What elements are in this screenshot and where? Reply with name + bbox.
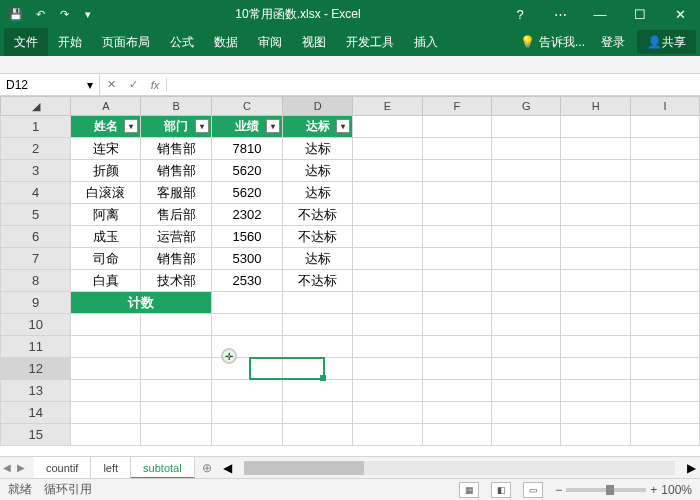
count-cell[interactable]: 计数 (71, 292, 211, 314)
cell[interactable]: 1560 (211, 226, 283, 248)
cell[interactable]: 达标 (283, 248, 353, 270)
cell[interactable]: 客服部 (141, 182, 211, 204)
scroll-thumb[interactable] (244, 461, 364, 475)
col-B[interactable]: B (141, 97, 211, 116)
row-7[interactable]: 7 (1, 248, 71, 270)
zoom-slider[interactable] (566, 488, 646, 492)
tab-layout[interactable]: 页面布局 (92, 28, 160, 56)
header-status[interactable]: 达标▾ (283, 116, 353, 138)
cell[interactable]: 5300 (211, 248, 283, 270)
enter-formula-icon[interactable]: ✓ (122, 78, 144, 91)
row-13[interactable]: 13 (1, 380, 71, 402)
zoom-out-icon[interactable]: − (555, 483, 562, 497)
undo-icon[interactable]: ↶ (32, 6, 48, 22)
zoom-value[interactable]: 100% (661, 483, 692, 497)
sheet-tab-countif[interactable]: countif (34, 457, 91, 479)
col-F[interactable]: F (422, 97, 491, 116)
filter-icon[interactable]: ▾ (266, 119, 280, 133)
close-button[interactable]: ✕ (660, 0, 700, 28)
save-icon[interactable]: 💾 (8, 6, 24, 22)
horizontal-scrollbar[interactable]: ◀ ▶ (219, 461, 700, 475)
row-1[interactable]: 1 (1, 116, 71, 138)
row-4[interactable]: 4 (1, 182, 71, 204)
tab-review[interactable]: 审阅 (248, 28, 292, 56)
tell-me[interactable]: 💡 告诉我... (512, 34, 593, 51)
header-dept[interactable]: 部门▾ (141, 116, 211, 138)
tab-file[interactable]: 文件 (4, 28, 48, 56)
filter-icon[interactable]: ▾ (124, 119, 138, 133)
cancel-formula-icon[interactable]: ✕ (100, 78, 122, 91)
view-normal-icon[interactable]: ▦ (459, 482, 479, 498)
header-perf[interactable]: 业绩▾ (211, 116, 283, 138)
row-15[interactable]: 15 (1, 424, 71, 446)
scroll-left-icon[interactable]: ◀ (223, 461, 232, 475)
cell[interactable]: 白真 (71, 270, 141, 292)
qat-more-icon[interactable]: ▾ (80, 6, 96, 22)
filter-icon[interactable]: ▾ (195, 119, 209, 133)
tab-developer[interactable]: 开发工具 (336, 28, 404, 56)
zoom-in-icon[interactable]: + (650, 483, 657, 497)
cell[interactable]: 销售部 (141, 138, 211, 160)
worksheet-grid[interactable]: ◢ A B C D E F G H I 1 姓名▾ 部门▾ 业绩▾ 达标▾ 2连… (0, 96, 700, 456)
zoom-control[interactable]: − + 100% (555, 483, 692, 497)
cell[interactable]: 达标 (283, 182, 353, 204)
header-name[interactable]: 姓名▾ (71, 116, 141, 138)
name-box[interactable]: ▾ (0, 74, 100, 96)
add-sheet-button[interactable]: ⊕ (195, 461, 219, 475)
cell[interactable]: 2530 (211, 270, 283, 292)
cell[interactable]: 运营部 (141, 226, 211, 248)
col-C[interactable]: C (211, 97, 283, 116)
sheet-tab-left[interactable]: left (91, 457, 131, 479)
cell[interactable]: 白滚滚 (71, 182, 141, 204)
minimize-button[interactable]: — (580, 0, 620, 28)
row-14[interactable]: 14 (1, 402, 71, 424)
tab-view[interactable]: 视图 (292, 28, 336, 56)
view-layout-icon[interactable]: ◧ (491, 482, 511, 498)
tab-data[interactable]: 数据 (204, 28, 248, 56)
cell[interactable]: 销售部 (141, 160, 211, 182)
row-3[interactable]: 3 (1, 160, 71, 182)
row-8[interactable]: 8 (1, 270, 71, 292)
col-I[interactable]: I (630, 97, 699, 116)
sheet-nav-next[interactable]: ▶ (14, 462, 28, 473)
cell[interactable]: 不达标 (283, 226, 353, 248)
cell[interactable]: 折颜 (71, 160, 141, 182)
row-2[interactable]: 2 (1, 138, 71, 160)
cell[interactable]: 技术部 (141, 270, 211, 292)
login-button[interactable]: 登录 (593, 34, 633, 51)
col-A[interactable]: A (71, 97, 141, 116)
cell[interactable]: 阿离 (71, 204, 141, 226)
cell[interactable]: 7810 (211, 138, 283, 160)
col-E[interactable]: E (353, 97, 422, 116)
cell[interactable]: 司命 (71, 248, 141, 270)
fx-icon[interactable]: fx (144, 79, 166, 91)
row-12[interactable]: 12 (1, 358, 71, 380)
cell[interactable]: 不达标 (283, 204, 353, 226)
col-G[interactable]: G (491, 97, 560, 116)
tab-insert[interactable]: 插入 (404, 28, 448, 56)
row-5[interactable]: 5 (1, 204, 71, 226)
cell[interactable]: 5620 (211, 182, 283, 204)
cell[interactable]: 销售部 (141, 248, 211, 270)
cell[interactable]: 不达标 (283, 270, 353, 292)
share-button[interactable]: 👤 共享 (637, 30, 696, 54)
name-box-dropdown-icon[interactable]: ▾ (87, 78, 93, 92)
row-10[interactable]: 10 (1, 314, 71, 336)
cell[interactable]: 连宋 (71, 138, 141, 160)
cell[interactable]: 达标 (283, 138, 353, 160)
cell[interactable]: 2302 (211, 204, 283, 226)
ribbon-options-icon[interactable]: ⋯ (540, 0, 580, 28)
sheet-nav-prev[interactable]: ◀ (0, 462, 14, 473)
col-H[interactable]: H (561, 97, 630, 116)
view-break-icon[interactable]: ▭ (523, 482, 543, 498)
maximize-button[interactable]: ☐ (620, 0, 660, 28)
ribbon-help-icon[interactable]: ? (500, 0, 540, 28)
scroll-right-icon[interactable]: ▶ (687, 461, 696, 475)
cell[interactable]: 5620 (211, 160, 283, 182)
filter-icon[interactable]: ▾ (336, 119, 350, 133)
row-6[interactable]: 6 (1, 226, 71, 248)
name-box-input[interactable] (6, 78, 66, 92)
col-D[interactable]: D (283, 97, 353, 116)
tab-home[interactable]: 开始 (48, 28, 92, 56)
select-all-corner[interactable]: ◢ (1, 97, 71, 116)
